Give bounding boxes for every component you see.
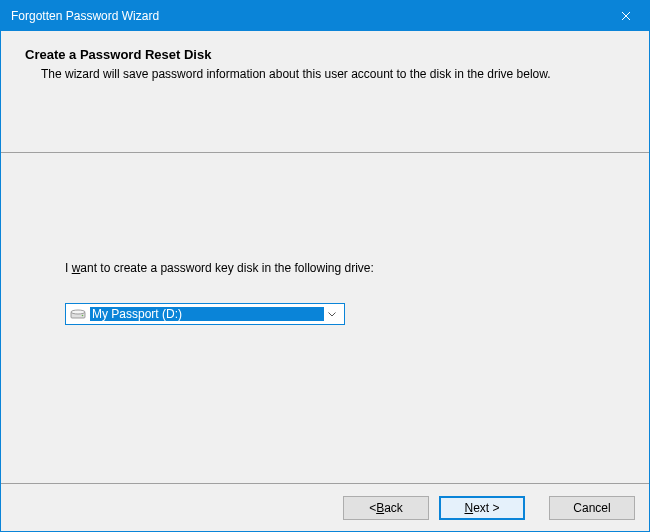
page-title: Create a Password Reset Disk <box>25 47 625 62</box>
close-button[interactable] <box>603 1 649 31</box>
chevron-down-icon <box>324 312 340 317</box>
svg-point-2 <box>82 315 84 317</box>
wizard-window: Forgotten Password Wizard Create a Passw… <box>0 0 650 532</box>
drive-selected-value: My Passport (D:) <box>90 307 324 321</box>
cancel-button[interactable]: Cancel <box>549 496 635 520</box>
back-button[interactable]: < Back <box>343 496 429 520</box>
svg-point-1 <box>71 310 85 314</box>
wizard-footer: < Back Next > Cancel <box>1 483 649 531</box>
close-icon <box>621 11 631 21</box>
titlebar: Forgotten Password Wizard <box>1 1 649 31</box>
wizard-header: Create a Password Reset Disk The wizard … <box>1 31 649 153</box>
wizard-content: I want to create a password key disk in … <box>1 153 649 483</box>
drive-label: I want to create a password key disk in … <box>65 261 625 275</box>
next-button[interactable]: Next > <box>439 496 525 520</box>
drive-combobox[interactable]: My Passport (D:) <box>65 303 345 325</box>
page-subtext: The wizard will save password informatio… <box>41 66 601 82</box>
hard-drive-icon <box>70 308 86 320</box>
window-title: Forgotten Password Wizard <box>11 9 603 23</box>
